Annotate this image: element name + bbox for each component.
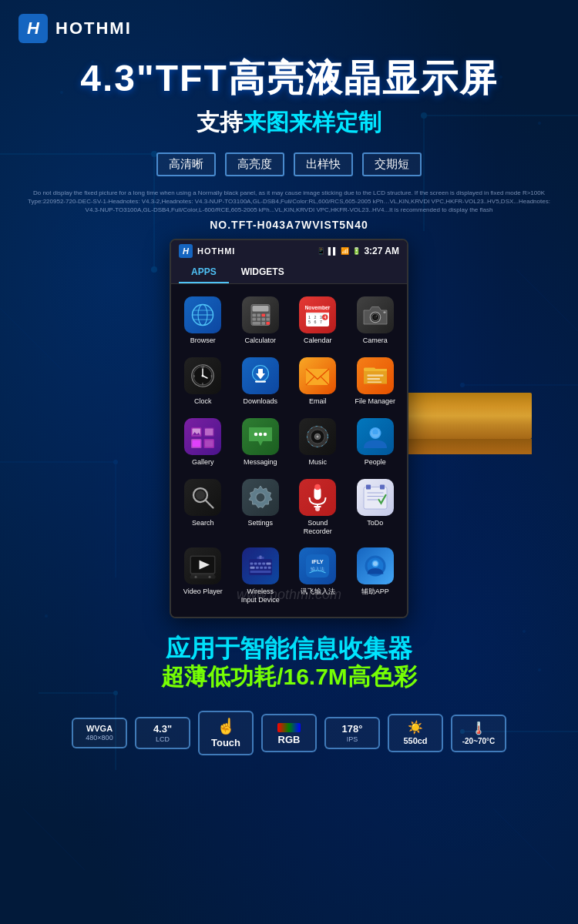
feature-tag-clarity: 高清晰 [156,152,216,176]
calculator-icon [242,296,279,333]
app-browser[interactable]: Browser [174,290,232,351]
spec-lcd: 4.3" LCD [135,717,190,749]
messaging-icon [242,418,279,455]
status-bar: H HOTHMI 📱 ▌▌ 📶 🔋 3:27 AM [171,240,407,262]
app-clock[interactable]: 12 3 6 9 Clock [174,351,232,412]
spec-touch: ☝ Touch [198,711,254,755]
feature-tag-delivery: 交期短 [362,152,422,176]
tab-widgets[interactable]: WIDGETS [229,262,297,283]
browser-label: Browser [190,336,216,345]
svg-point-93 [259,433,263,437]
app-email[interactable]: Email [289,351,347,412]
svg-line-26 [23,808,85,870]
svg-point-92 [254,433,258,437]
app-downloads[interactable]: Downloads [232,351,290,412]
spec-ips: 178° IPS [324,717,380,749]
svg-line-27 [493,808,555,870]
svg-rect-82 [367,382,381,383]
downloads-icon [242,357,279,394]
svg-text:3: 3 [320,315,322,320]
svg-point-98 [317,435,319,437]
svg-rect-42 [266,318,270,321]
app-messaging[interactable]: Messaging [232,412,290,473]
app-gallery[interactable]: Gallery [174,412,232,473]
search-label: Search [192,519,214,527]
feature-tags: 高清晰 高亮度 出样快 交期短 [0,146,578,186]
calculator-label: Calculator [244,336,276,345]
search-icon [184,479,221,516]
app-people[interactable]: People [347,412,405,473]
app-settings[interactable]: Settings [232,473,290,542]
spec-temp: 🌡️ -20~70°C [451,715,506,752]
svg-text:2: 2 [314,315,317,320]
phone-container: H HOTHMI 📱 ▌▌ 📶 🔋 3:27 AM APPS [0,239,578,626]
svg-rect-37 [261,314,265,317]
email-label: Email [309,397,327,406]
camera-label: Camera [363,336,388,345]
svg-rect-89 [193,440,201,447]
clock-label: Clock [194,397,212,406]
spec-rgb: RGB [261,714,317,752]
wifi-icon: 📶 [341,247,349,255]
videoplayer-label: Video Player [183,588,223,596]
filemanager-icon [357,357,394,394]
svg-point-144 [373,561,378,566]
app-camera[interactable]: Camera [347,290,405,351]
ifly-icon: iFLY 输入法 [299,547,336,584]
clock-icon: 12 3 6 9 [184,357,221,394]
title-line1: 4.3"TFT高亮液晶显示屏 [15,59,563,99]
app-todo[interactable]: ToDo [347,473,405,542]
svg-line-105 [206,500,213,508]
app-soundrecorder[interactable]: Sound Recorder [289,473,347,542]
battery-icon: 🔋 [352,247,361,255]
svg-rect-132 [256,567,259,569]
main-title: 4.3"TFT高亮液晶显示屏 [0,51,578,102]
svg-rect-63 [383,312,385,313]
soundrecorder-label: Sound Recorder [304,519,332,536]
watermark: www.hothmi.com [237,587,341,603]
svg-rect-41 [261,318,265,321]
app-calculator[interactable]: Calculator [232,290,290,351]
app-assistant[interactable]: 辅助APP [347,541,405,611]
assistant-label: 辅助APP [361,588,389,596]
svg-text:November: November [305,305,331,310]
svg-rect-44 [261,322,265,325]
tab-apps[interactable]: APPS [179,262,229,283]
svg-point-111 [315,484,321,490]
feature-tag-brightness: 高亮度 [225,152,284,176]
svg-rect-48 [306,310,329,313]
svg-text:3: 3 [210,375,212,378]
app-videoplayer[interactable]: Video Player [174,541,232,611]
svg-text:4: 4 [324,316,327,320]
svg-rect-126 [250,563,253,565]
svg-rect-36 [257,314,260,317]
svg-rect-90 [205,440,213,447]
app-filemanager[interactable]: File Manager [347,351,405,412]
music-icon [299,418,336,455]
svg-rect-43 [252,322,260,325]
svg-rect-35 [252,314,256,317]
product-notice: Do not display the fixed picture for a l… [0,186,578,216]
sim-icon: 📱 [317,247,325,255]
product-number: NO.TFT-H043A7WVIST5N40 [0,216,578,239]
app-music[interactable]: Music [289,412,347,473]
svg-text:1: 1 [308,315,311,320]
messaging-label: Messaging [244,458,277,467]
bottom-cta: 应用于智能信息收集器 超薄低功耗/16.7M高色彩 [0,618,578,698]
svg-rect-88 [205,428,213,435]
app-search[interactable]: Search [174,473,232,542]
apps-tabs: APPS WIDGETS [171,262,407,284]
svg-rect-116 [366,484,371,489]
downloads-label: Downloads [243,397,277,406]
cta-line2: 超薄低功耗/16.7M高色彩 [15,663,563,691]
gallery-label: Gallery [192,458,214,467]
header: H HOTHMI [0,0,578,51]
svg-point-104 [196,490,205,500]
app-calendar[interactable]: November 1 2 3 4 5 6 7 Calendar [289,290,347,351]
svg-rect-45 [266,322,270,325]
status-logo-box: H [179,244,193,258]
specs-row: WVGA 480×800 4.3" LCD ☝ Touch RGB 178° I… [0,698,578,771]
svg-rect-80 [367,375,383,377]
status-left: H HOTHMI [179,244,235,258]
status-time: 3:27 AM [364,246,399,256]
